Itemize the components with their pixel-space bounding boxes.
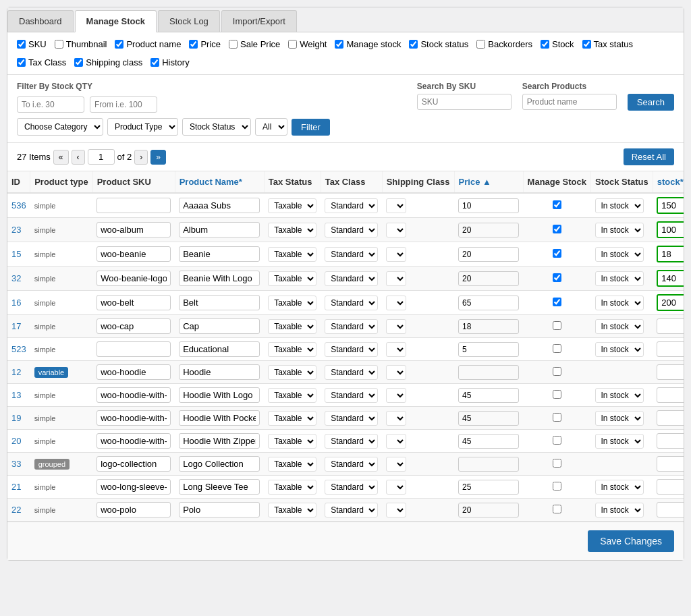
checkbox-product-name[interactable]: Product name — [115, 39, 181, 49]
product-id-link[interactable]: 20 — [11, 436, 21, 446]
stock-status-select[interactable]: In stock — [595, 342, 644, 357]
stock-status-select[interactable]: In stock — [595, 198, 644, 213]
stock-input[interactable] — [657, 270, 684, 287]
price-input[interactable] — [458, 223, 519, 237]
stock-input[interactable] — [657, 433, 684, 449]
tax-class-select[interactable]: Standard — [325, 198, 378, 213]
sku-input[interactable] — [96, 456, 171, 472]
product-id-link[interactable]: 523 — [11, 344, 26, 354]
stock-status-select[interactable]: In stock — [595, 223, 644, 237]
tax-class-select[interactable]: Standard — [325, 480, 378, 495]
manage-stock-checkbox[interactable] — [553, 390, 561, 399]
product-id-link[interactable]: 17 — [11, 321, 21, 331]
checkbox-history[interactable]: History — [150, 57, 189, 67]
save-changes-button[interactable]: Save Changes — [588, 530, 674, 552]
search-name-input[interactable] — [522, 94, 617, 110]
sku-input[interactable] — [96, 341, 171, 357]
sku-input[interactable] — [96, 502, 171, 517]
tax-status-select[interactable]: Taxable — [268, 411, 316, 426]
sku-input[interactable] — [96, 222, 171, 237]
shipping-class-select[interactable] — [386, 365, 406, 380]
shipping-class-select[interactable] — [386, 247, 406, 262]
stock-input[interactable] — [657, 364, 684, 380]
stock-input[interactable] — [657, 197, 684, 214]
product-name-input[interactable] — [179, 198, 260, 213]
product-id-link[interactable]: 23 — [11, 225, 21, 235]
manage-stock-checkbox[interactable] — [553, 225, 561, 233]
tax-status-select[interactable]: Taxable — [268, 319, 316, 334]
sku-input[interactable] — [96, 479, 171, 495]
product-id-link[interactable]: 12 — [11, 367, 21, 377]
shipping-class-select[interactable] — [386, 342, 406, 357]
manage-stock-checkbox[interactable] — [553, 367, 561, 376]
col-price[interactable]: Price ▲ — [454, 171, 523, 193]
manage-stock-checkbox[interactable] — [553, 249, 561, 258]
stock-input[interactable] — [657, 479, 684, 495]
product-id-link[interactable]: 19 — [11, 413, 21, 423]
product-name-input[interactable] — [179, 387, 260, 403]
sku-input[interactable] — [96, 387, 171, 403]
tax-class-select[interactable]: Standard — [325, 342, 378, 357]
manage-stock-checkbox[interactable] — [553, 436, 561, 445]
next-page-button[interactable]: › — [134, 150, 148, 165]
category-select[interactable]: Choose Category — [17, 118, 103, 136]
price-input[interactable] — [458, 365, 519, 380]
tax-class-select[interactable]: Standard — [325, 503, 378, 517]
product-name-input[interactable] — [179, 410, 260, 426]
search-button[interactable]: Search — [628, 94, 674, 111]
shipping-class-select[interactable] — [386, 480, 406, 495]
shipping-class-select[interactable] — [386, 411, 406, 426]
sku-input[interactable] — [96, 198, 171, 213]
checkbox-thumbnail[interactable]: Thumbnail — [55, 39, 107, 49]
price-input[interactable] — [458, 271, 519, 286]
price-input[interactable] — [458, 342, 519, 357]
col-product-name[interactable]: Product Name* — [175, 171, 264, 193]
manage-stock-checkbox[interactable] — [553, 459, 561, 468]
filter-qty-from[interactable] — [90, 96, 157, 113]
tax-class-select[interactable]: Standard — [325, 271, 378, 286]
price-input[interactable] — [458, 198, 519, 213]
tax-class-select[interactable]: Standard — [325, 434, 378, 449]
page-number-input[interactable] — [88, 149, 115, 165]
manage-stock-checkbox[interactable] — [553, 413, 561, 422]
tax-status-select[interactable]: Taxable — [268, 365, 316, 380]
filter-button[interactable]: Filter — [292, 119, 330, 136]
tax-class-select[interactable]: Standard — [325, 388, 378, 403]
tax-status-select[interactable]: Taxable — [268, 247, 316, 262]
product-id-link[interactable]: 536 — [11, 200, 26, 211]
stock-input[interactable] — [657, 294, 684, 311]
product-name-input[interactable] — [179, 502, 260, 517]
checkbox-shipping-class[interactable]: Shipping class — [74, 57, 142, 67]
shipping-class-select[interactable] — [386, 388, 406, 403]
manage-stock-checkbox[interactable] — [553, 298, 561, 306]
tax-class-select[interactable]: Standard — [325, 319, 378, 334]
shipping-class-select[interactable] — [386, 223, 406, 237]
stock-input[interactable] — [657, 410, 684, 426]
sku-input[interactable] — [96, 364, 171, 380]
shipping-class-select[interactable] — [386, 271, 406, 286]
product-name-input[interactable] — [179, 433, 260, 449]
checkbox-sku[interactable]: SKU — [17, 39, 47, 49]
stock-status-select[interactable]: In stock — [595, 271, 644, 286]
product-type-select[interactable]: Product Type — [107, 118, 178, 136]
manage-stock-checkbox[interactable] — [553, 482, 561, 491]
tax-status-select[interactable]: Taxable — [268, 388, 316, 403]
product-name-input[interactable] — [179, 364, 260, 380]
product-name-input[interactable] — [179, 341, 260, 357]
product-id-link[interactable]: 22 — [11, 505, 21, 515]
stock-input[interactable] — [657, 318, 684, 334]
tax-class-select[interactable]: Standard — [325, 296, 378, 310]
price-input[interactable] — [458, 434, 519, 449]
price-input[interactable] — [458, 296, 519, 310]
tax-class-select[interactable]: Standard — [325, 411, 378, 426]
tax-class-select[interactable]: Standard — [325, 365, 378, 380]
product-id-link[interactable]: 33 — [11, 459, 21, 469]
checkbox-manage-stock[interactable]: Manage stock — [335, 39, 401, 49]
manage-stock-checkbox[interactable] — [553, 321, 561, 330]
shipping-class-select[interactable] — [386, 198, 406, 213]
tax-status-select[interactable]: Taxable — [268, 457, 316, 472]
stock-status-select[interactable]: In stock — [595, 388, 644, 403]
checkbox-stock[interactable]: Stock — [541, 39, 574, 49]
product-name-input[interactable] — [179, 271, 260, 286]
stock-input[interactable] — [657, 456, 684, 472]
